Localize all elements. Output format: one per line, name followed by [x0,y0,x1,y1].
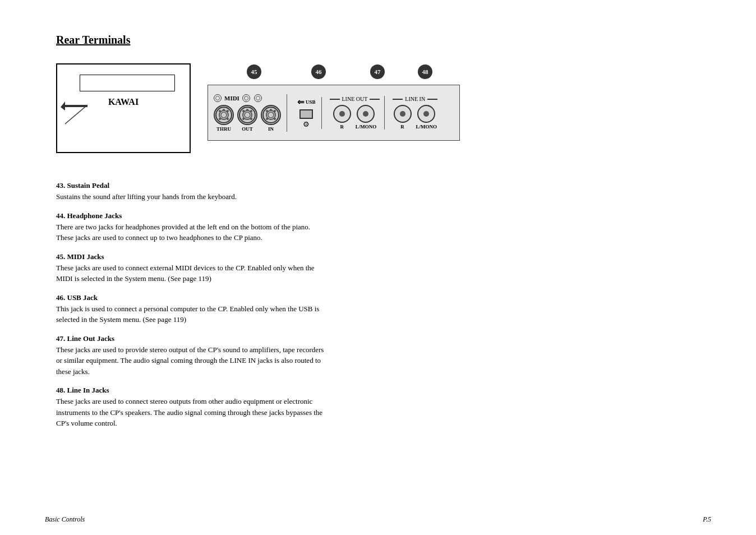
page-title: Rear Terminals [56,34,460,47]
desc-heading-45: 45. MIDI Jacks [56,252,460,261]
midi-thru-label: THRU [216,126,231,132]
midi-connector-icon-left [214,94,222,102]
badge-48: 48 [418,64,432,79]
badge-47: 47 [370,64,385,79]
line-out-lmono-circle [357,105,375,123]
svg-point-11 [242,110,245,112]
svg-point-4 [219,110,221,112]
svg-point-17 [268,112,274,118]
midi-label-row: MIDI [214,94,262,102]
midi-out-circle [237,105,257,125]
usb-icon: ⇐ [297,97,305,107]
line-in-lmono-jack: L/MONO [416,105,437,130]
desc-body-45: These jacks are used to connect external… [56,262,325,284]
footer-right: P.5 [703,515,711,524]
line-in-label-row: LINE IN [393,96,437,102]
midi-thru-svg [215,106,233,124]
desc-body-46: This jack is used to connect a personal … [56,303,325,325]
descriptions-section: 43. Sustain PedalSustains the sound afte… [56,181,460,429]
arrow-svg [56,102,90,146]
desc-heading-46: 46. USB Jack [56,293,460,302]
midi-thru-circle [214,105,234,125]
midi-text: MIDI [224,95,239,102]
line-in-bar-right [427,99,437,100]
midi-jacks: THRU [214,105,281,132]
desc-item-44: 44. Headphone JacksThere are two jacks f… [56,211,460,243]
svg-line-1 [65,105,87,124]
line-bar-left [330,99,340,100]
desc-body-43: Sustains the sound after lifting your ha… [56,191,325,202]
line-in-text: LINE IN [405,96,425,102]
midi-section: MIDI [214,94,287,132]
line-out-section: LINE OUT R L/MONO [325,96,385,130]
connector-panel-wrap: 45 46 47 48 [208,63,460,141]
badge-46-wrap: 46 [311,64,326,79]
midi-out-jack: OUT [237,105,257,132]
piano-box-inner [80,75,175,91]
line-out-label-row: LINE OUT [330,96,380,102]
desc-item-43: 43. Sustain PedalSustains the sound afte… [56,181,460,202]
midi-in-label: IN [268,126,274,132]
line-in-bar-left [393,99,403,100]
svg-point-6 [219,118,221,120]
svg-point-3 [221,112,227,118]
piano-box: KAWAI [56,63,191,153]
svg-point-5 [227,110,229,112]
desc-body-47: These jacks are used to provide stereo o… [56,344,325,377]
badge-row: 45 46 47 48 [208,63,460,80]
desc-item-48: 48. Line In JacksThese jacks are used to… [56,386,460,429]
line-out-lmono-label: L/MONO [356,124,377,130]
line-out-jacks: R L/MONO [333,105,377,130]
rear-panel: MIDI [208,85,460,141]
desc-item-47: 47. Line Out JacksThese jacks are used t… [56,334,460,377]
midi-connector-icon-right [242,94,250,102]
svg-point-12 [250,110,252,112]
desc-item-46: 46. USB JackThis jack is used to connect… [56,293,460,325]
line-bar-right [370,99,380,100]
midi-out-label: OUT [242,126,253,132]
svg-point-15 [246,109,248,111]
midi-out-svg [238,106,256,124]
badge-46: 46 [311,64,326,79]
svg-point-19 [274,110,276,112]
svg-point-13 [242,118,245,120]
usb-label: ⇐ USB [297,97,316,107]
line-out-r-label: R [340,124,344,130]
svg-point-8 [223,109,225,111]
badge-45-wrap: 45 [247,64,261,79]
desc-item-45: 45. MIDI JacksThese jacks are used to co… [56,252,460,284]
svg-point-22 [270,109,272,111]
svg-point-14 [250,118,252,120]
desc-heading-44: 44. Headphone Jacks [56,211,460,220]
desc-heading-47: 47. Line Out Jacks [56,334,460,343]
line-in-r-circle [394,105,412,123]
svg-point-7 [227,118,229,120]
svg-point-20 [266,118,268,120]
line-in-r-label: R [400,124,404,130]
usb-section: ⇐ USB ⚙ [292,97,322,129]
line-in-lmono-label: L/MONO [416,124,437,130]
midi-connector-icon-far [254,94,262,102]
line-out-text: LINE OUT [342,96,368,102]
line-out-r-circle [333,105,351,123]
midi-in-circle [261,105,281,125]
desc-heading-43: 43. Sustain Pedal [56,181,460,190]
line-out-lmono-jack: L/MONO [356,105,377,130]
badge-48-wrap: 48 [418,64,432,79]
midi-in-jack: IN [261,105,281,132]
badge-47-wrap: 47 [370,64,385,79]
line-out-r-jack: R [333,105,351,130]
piano-illustration: KAWAI [56,63,191,153]
page-footer: Basic Controls P.5 [45,515,711,524]
line-in-jacks: R L/MONO [394,105,437,130]
midi-in-svg [262,106,280,124]
line-in-r-jack: R [394,105,412,130]
usb-port [299,109,313,119]
diagram-section: KAWAI 45 46 [56,63,460,153]
line-in-section: LINE IN R L/MONO [388,96,442,130]
desc-heading-48: 48. Line In Jacks [56,386,460,395]
svg-marker-0 [61,102,87,110]
svg-point-18 [266,110,268,112]
footer-left: Basic Controls [45,515,85,524]
svg-point-21 [274,118,276,120]
